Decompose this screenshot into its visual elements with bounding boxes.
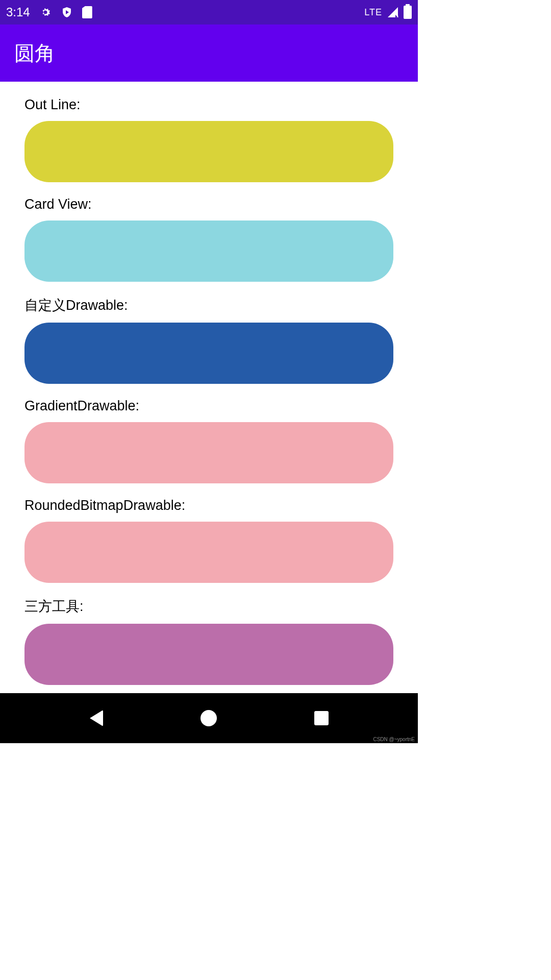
outline-box xyxy=(24,121,393,182)
section-cardview: Card View: xyxy=(24,197,393,282)
recents-button[interactable] xyxy=(314,711,329,725)
label-outline: Out Line: xyxy=(24,97,393,113)
status-right: LTE × xyxy=(364,6,412,19)
section-custom-drawable: 自定义Drawable: xyxy=(24,296,393,384)
back-button[interactable] xyxy=(90,710,103,726)
section-outline: Out Line: xyxy=(24,97,393,182)
label-third-party: 三方工具: xyxy=(24,597,393,616)
section-gradient-drawable: GradientDrawable: xyxy=(24,398,393,483)
section-rounded-bitmap-drawable: RoundedBitmapDrawable: xyxy=(24,498,393,583)
home-button[interactable] xyxy=(201,710,217,726)
svg-text:×: × xyxy=(396,14,399,18)
settings-icon xyxy=(39,6,52,18)
status-time: 3:14 xyxy=(6,5,30,19)
watermark: CSDN @~yportnE xyxy=(373,737,415,742)
status-icons-left xyxy=(39,6,92,18)
signal-icon: × xyxy=(386,6,399,18)
status-left: 3:14 xyxy=(6,5,92,19)
app-bar: 圆角 xyxy=(0,24,418,82)
navigation-bar xyxy=(0,693,418,743)
label-rounded-bitmap-drawable: RoundedBitmapDrawable: xyxy=(24,498,393,513)
rounded-bitmap-drawable-box xyxy=(24,522,393,583)
label-cardview: Card View: xyxy=(24,197,393,212)
label-custom-drawable: 自定义Drawable: xyxy=(24,296,393,314)
sd-card-icon xyxy=(82,6,92,18)
cardview-box xyxy=(24,220,393,282)
label-gradient-drawable: GradientDrawable: xyxy=(24,398,393,414)
third-party-box xyxy=(24,624,393,685)
app-title: 圆角 xyxy=(14,39,55,67)
play-shield-icon xyxy=(61,6,73,18)
gradient-drawable-box xyxy=(24,422,393,483)
content-area: Out Line: Card View: 自定义Drawable: Gradie… xyxy=(0,82,418,704)
section-third-party: 三方工具: xyxy=(24,597,393,685)
network-label: LTE xyxy=(364,7,382,18)
battery-icon xyxy=(404,6,412,19)
status-bar: 3:14 LTE × xyxy=(0,0,418,24)
custom-drawable-box xyxy=(24,323,393,384)
